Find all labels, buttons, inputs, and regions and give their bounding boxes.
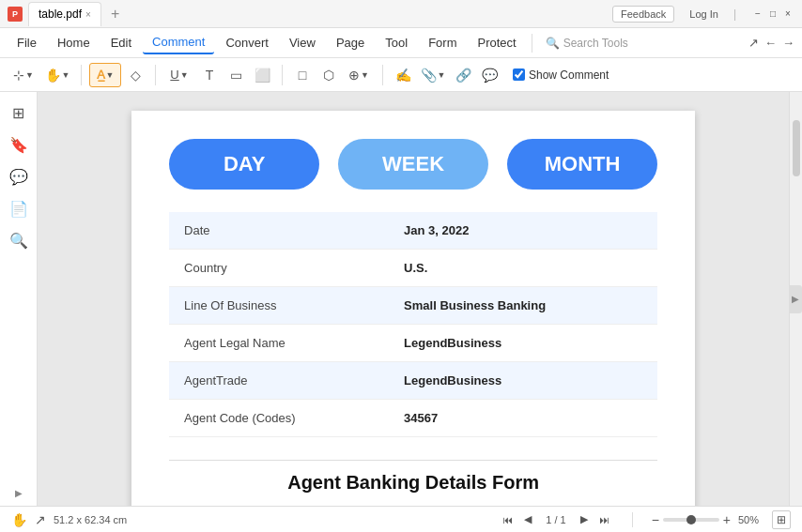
menu-tool[interactable]: Tool (376, 32, 417, 53)
external-link-icon[interactable]: ↗ (748, 36, 759, 50)
text-button[interactable]: T (197, 63, 222, 87)
close-tab-button[interactable]: × (85, 9, 91, 20)
zoom-slider[interactable] (663, 518, 719, 522)
callout-button[interactable]: ⬜ (250, 63, 274, 87)
shape-button[interactable]: ⬡ (316, 63, 341, 87)
menu-page[interactable]: Page (327, 32, 374, 53)
menu-convert[interactable]: Convert (216, 32, 278, 53)
main-layout: ⊞ 🔖 💬 📄 🔍 ▶ DAY WEEK MONTH Date (0, 92, 802, 506)
zoom-thumb[interactable] (686, 515, 696, 524)
textbox-button[interactable]: ▭ (224, 63, 248, 87)
zoom-out-button[interactable]: − (652, 512, 659, 527)
menu-form[interactable]: Form (419, 32, 466, 53)
feedback-button[interactable]: Feedback (612, 6, 674, 23)
prev-page-button[interactable]: ◀ (519, 511, 536, 528)
rectangle-button[interactable]: □ (290, 63, 315, 87)
show-comment-checkbox[interactable] (513, 68, 525, 81)
first-page-button[interactable]: ⏮ (499, 511, 516, 528)
menu-view[interactable]: View (280, 32, 325, 53)
eraser-button[interactable]: ◇ (123, 63, 147, 87)
toolbar: ⊹ ▼ ✋ ▼ A̲ ▼ ◇ U ▼ T ▭ ⬜ (0, 58, 802, 92)
row-value: LegendBusiness (389, 325, 657, 362)
dropdown-arrow: ▼ (361, 70, 369, 80)
sidebar-bookmark-icon[interactable]: 🔖 (6, 131, 32, 158)
left-sidebar: ⊞ 🔖 💬 📄 🔍 ▶ (0, 92, 38, 506)
signature-button[interactable]: ✍ (391, 63, 415, 87)
title-bar: P table.pdf × + Feedback Log In | − □ × (0, 0, 802, 28)
select-tool-button[interactable]: ⊹ ▼ (8, 63, 39, 87)
dimensions-label: 51.2 x 62.34 cm (54, 514, 127, 525)
toolbar-group-5: ✍ 📎 ▼ 🔗 💬 (391, 63, 501, 87)
status-bar: ✋ ↗ 51.2 x 62.34 cm ⏮ ◀ 1 / 1 ▶ ⏭ − + 50… (0, 506, 802, 532)
window-controls: − □ × (751, 8, 794, 21)
sidebar-comment-icon[interactable]: 💬 (6, 163, 32, 190)
next-page-button[interactable]: ▶ (576, 511, 593, 528)
menu-edit[interactable]: Edit (101, 32, 141, 53)
restore-button[interactable]: □ (766, 8, 779, 21)
row-value: 34567 (389, 400, 657, 437)
hand-tool-button[interactable]: ✋ ▼ (41, 63, 73, 87)
document-area: DAY WEEK MONTH Date Jan 3, 2022 Country … (38, 92, 802, 506)
back-icon[interactable]: ← (764, 36, 777, 50)
zoom-in-button[interactable]: + (723, 512, 731, 527)
dropdown-arrow: ▼ (180, 70, 189, 80)
row-label: Agent Legal Name (169, 325, 389, 362)
menu-protect[interactable]: Protect (468, 32, 525, 53)
day-button[interactable]: DAY (169, 139, 319, 190)
text-icon: T (206, 68, 214, 83)
comment-button[interactable]: 💬 (477, 63, 501, 87)
eraser-icon: ◇ (131, 68, 141, 83)
fit-page-button[interactable]: ⊞ (772, 510, 791, 529)
row-value: Jan 3, 2022 (389, 212, 657, 250)
stamp-button[interactable]: ⊕ ▼ (343, 63, 375, 87)
search-tools[interactable]: 🔍 Search Tools (538, 37, 636, 50)
sidebar-panels-icon[interactable]: ⊞ (6, 99, 32, 126)
tab-label: table.pdf (39, 8, 82, 21)
menu-comment[interactable]: Comment (143, 31, 214, 54)
row-label: Date (169, 212, 389, 250)
row-label: Agent Code (Codes) (169, 400, 389, 437)
signature-icon: ✍ (395, 68, 411, 83)
right-panel-toggle[interactable]: ▶ (789, 285, 802, 313)
toolbar-sep-2 (155, 65, 156, 85)
toolbar-sep-1 (81, 65, 82, 85)
scrollbar-track[interactable] (790, 120, 802, 506)
hand-icon: ✋ (45, 68, 61, 83)
tab[interactable]: table.pdf × (28, 2, 101, 26)
highlight-button[interactable]: A̲ ▼ (89, 63, 121, 87)
cursor-icon: ↗ (35, 512, 46, 527)
new-tab-button[interactable]: + (107, 6, 123, 23)
status-separator (632, 512, 633, 527)
pdf-page: DAY WEEK MONTH Date Jan 3, 2022 Country … (131, 111, 695, 506)
row-label: Country (169, 250, 389, 287)
login-button[interactable]: Log In (682, 7, 726, 22)
link-button[interactable]: 🔗 (451, 63, 475, 87)
sidebar-search-icon[interactable]: 🔍 (6, 227, 32, 253)
document-scroll[interactable]: DAY WEEK MONTH Date Jan 3, 2022 Country … (38, 92, 789, 506)
last-page-button[interactable]: ⏭ (596, 511, 613, 528)
show-comment-checkbox-group[interactable]: Show Comment (513, 68, 609, 82)
search-icon: 🔍 (546, 37, 560, 50)
close-button[interactable]: × (781, 8, 794, 21)
menu-home[interactable]: Home (48, 32, 100, 53)
month-button[interactable]: MONTH (507, 139, 657, 190)
row-value: Small Business Banking (389, 287, 657, 325)
menu-right-icons: ↗ ← → (748, 36, 794, 50)
scrollbar-thumb[interactable] (793, 120, 800, 176)
sidebar-expand-button[interactable]: ▶ (15, 488, 23, 498)
textbox-icon: ▭ (230, 68, 242, 83)
table-row: Agent Legal Name LegendBusiness (169, 325, 657, 362)
menu-file[interactable]: File (8, 32, 46, 53)
page-info-label: 1 / 1 (540, 514, 571, 525)
attach-button[interactable]: 📎 ▼ (417, 63, 449, 87)
minimize-button[interactable]: − (751, 8, 764, 21)
row-value: LegendBusiness (389, 362, 657, 400)
week-button[interactable]: WEEK (338, 139, 488, 190)
table-row: Date Jan 3, 2022 (169, 212, 657, 250)
underline-button[interactable]: U ▼ (163, 63, 195, 87)
separator-icon: | (733, 8, 736, 21)
sidebar-page-icon[interactable]: 📄 (6, 195, 32, 221)
forward-icon[interactable]: → (782, 36, 794, 50)
title-bar-left: P table.pdf × + (8, 2, 123, 26)
zoom-level-label: 50% (738, 514, 768, 525)
